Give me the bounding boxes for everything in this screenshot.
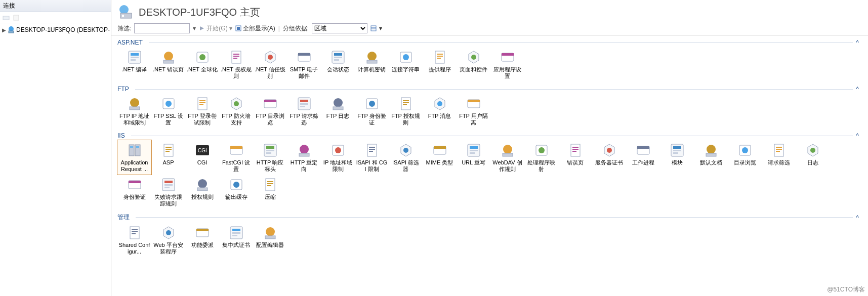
group-header[interactable]: IIS^ [117, 131, 862, 140]
feature-item-smtp[interactable]: SMTP 电子邮件 [287, 47, 321, 81]
collapse-icon[interactable]: ^ [856, 214, 859, 221]
feature-label: 配置编辑器 [256, 242, 284, 256]
svg-rect-9 [237, 27, 240, 30]
feature-item-output-cache[interactable]: 输出缓存 [219, 175, 253, 209]
feature-item-connection-strings[interactable]: 连接字符串 [389, 47, 423, 81]
feature-item-ftp-messages[interactable]: FTP 消息 [423, 94, 457, 128]
feature-item-central-cert[interactable]: 集中式证书 [219, 223, 253, 257]
feature-label: FastCGI 设置 [220, 159, 252, 174]
feature-item-error-pages[interactable]: 错误页 [558, 140, 592, 175]
tree-twisty-icon[interactable]: ▶ [2, 27, 6, 33]
filter-input[interactable] [134, 23, 190, 33]
feature-item-ftp-auth[interactable]: FTP 身份验证 [355, 94, 389, 128]
web-pi-icon [160, 225, 177, 241]
tree-node-server[interactable]: ▶ DESKTOP-1UF3FQO (DESKTOP-1 [1, 25, 110, 34]
svg-rect-41 [198, 98, 207, 110]
view-icon [370, 25, 378, 31]
feature-item-net-authorization[interactable]: .NET 授权规则 [219, 47, 253, 81]
feature-item-isapi-filters[interactable]: ISAPI 筛选器 [389, 140, 423, 175]
feature-item-ftp-ip[interactable]: FTP IP 地址和域限制 [117, 94, 151, 128]
feature-item-authentication[interactable]: 身份验证 [117, 175, 151, 209]
feature-item-net-error-pages[interactable]: .NET 错误页 [151, 47, 185, 81]
feature-label: Shared Configur... [118, 242, 150, 256]
feature-item-isapi-cgi[interactable]: ISAPI 和 CGI 限制 [355, 140, 389, 175]
feature-item-fastcgi[interactable]: FastCGI 设置 [219, 140, 253, 175]
toolbar-connect-icon[interactable] [2, 14, 10, 22]
feature-item-ftp-logon[interactable]: FTP 登录尝试限制 [185, 94, 219, 128]
svg-rect-15 [131, 57, 139, 58]
feature-item-server-cert[interactable]: 服务器证书 [592, 140, 626, 175]
group-items: Application Request ...ASPCGICGIFastCGI … [117, 140, 862, 209]
feature-label: 功能委派 [191, 242, 214, 256]
ftp-log-icon [330, 96, 346, 112]
group-header[interactable]: ASP.NET^ [117, 38, 862, 47]
feature-item-app-settings[interactable]: 应用程序设置 [490, 47, 524, 81]
filter-label: 筛选: [117, 24, 131, 33]
svg-rect-71 [299, 153, 309, 156]
feature-item-http-response[interactable]: HTTP 响应标头 [253, 140, 287, 175]
toolbar-save-icon[interactable] [12, 14, 20, 22]
feature-item-feature-deleg[interactable]: 功能委派 [185, 223, 219, 257]
feature-item-ftp-ssl[interactable]: FTP SSL 设置 [151, 94, 185, 128]
feature-item-session-state[interactable]: 会话状态 [321, 47, 355, 81]
svg-point-109 [233, 182, 239, 188]
feature-label: 会话状态 [327, 66, 349, 80]
feature-item-ftp-firewall[interactable]: FTP 防火墙支持 [219, 94, 253, 128]
feature-item-asp[interactable]: ASP [151, 140, 185, 175]
svg-rect-77 [434, 146, 446, 149]
feature-item-dir-browse[interactable]: 目录浏览 [728, 140, 762, 175]
svg-rect-67 [266, 146, 274, 149]
group-header[interactable]: 管理^ [117, 212, 862, 223]
feature-item-ftp-log[interactable]: FTP 日志 [321, 94, 355, 128]
feature-item-logging[interactable]: 日志 [796, 140, 830, 175]
feature-item-machine-key[interactable]: 计算机密钥 [355, 47, 389, 81]
feature-item-pages-controls[interactable]: 页面和控件 [457, 47, 490, 81]
feature-item-arr[interactable]: Application Request ... [117, 140, 151, 175]
svg-point-112 [166, 230, 171, 235]
feature-item-config-editor[interactable]: 配置编辑器 [253, 223, 287, 257]
net-globalization-icon [194, 49, 211, 65]
worker-proc-icon [635, 142, 651, 158]
feature-item-default-doc[interactable]: 默认文档 [694, 140, 728, 175]
filter-showall-button[interactable]: 全部显示(A) [235, 24, 275, 33]
feature-item-webdav[interactable]: WebDAV 创作规则 [490, 140, 524, 175]
collapse-icon[interactable]: ^ [856, 39, 859, 46]
feature-item-ip-domain[interactable]: IP 地址和域限制 [321, 140, 355, 175]
feature-item-authorization[interactable]: 授权规则 [185, 175, 219, 209]
groupby-select[interactable]: 区域 [312, 23, 367, 33]
feature-item-shared-config[interactable]: Shared Configur... [117, 223, 151, 257]
view-options-button[interactable]: ▾ [370, 25, 382, 32]
feature-label: HTTP 响应标头 [254, 159, 286, 174]
asp-icon [160, 142, 177, 158]
collapse-icon[interactable]: ^ [856, 132, 859, 139]
feature-item-ftp-authz[interactable]: FTP 授权规则 [389, 94, 423, 128]
svg-rect-14 [131, 53, 139, 56]
feature-item-net-compile[interactable]: .NET 编译 [117, 47, 151, 81]
feature-item-modules[interactable]: 模块 [660, 140, 694, 175]
shared-config-icon [127, 225, 143, 241]
collapse-icon[interactable]: ^ [856, 86, 859, 93]
feature-item-mime[interactable]: MIME 类型 [423, 140, 457, 175]
feature-item-compression[interactable]: 压缩 [253, 175, 287, 209]
feature-item-ftp-dir[interactable]: FTP 目录浏览 [253, 94, 287, 128]
feature-item-providers[interactable]: 提供程序 [423, 47, 457, 81]
feature-item-http-redirect[interactable]: HTTP 重定向 [287, 140, 321, 175]
feature-label: 计算机密钥 [358, 66, 386, 80]
filter-go-button[interactable]: 开始(G) ▾ [199, 24, 232, 33]
feature-label: FTP 授权规则 [390, 113, 422, 127]
feature-item-ftp-isolation[interactable]: FTP 用户隔离 [457, 94, 490, 128]
feature-item-web-pi[interactable]: Web 平台安装程序 [151, 223, 185, 257]
feature-label: 应用程序设置 [491, 66, 523, 80]
feature-item-url-rewrite[interactable]: URL 重写 [457, 140, 490, 175]
feature-item-net-trust[interactable]: .NET 信任级别 [253, 47, 287, 81]
group-header[interactable]: FTP^ [117, 84, 862, 94]
feature-item-net-globalization[interactable]: .NET 全球化 [185, 47, 219, 81]
feature-item-handler-map[interactable]: 处理程序映射 [524, 140, 558, 175]
feature-label: 身份验证 [123, 194, 146, 208]
feature-item-cgi[interactable]: CGICGI [185, 140, 219, 175]
feature-item-ftp-reqfilter[interactable]: FTP 请求筛选 [287, 94, 321, 128]
feature-item-failed-req[interactable]: 失败请求跟踪规则 [151, 175, 185, 209]
feature-item-req-filter[interactable]: 请求筛选 [762, 140, 796, 175]
feature-item-worker-proc[interactable]: 工作进程 [626, 140, 660, 175]
svg-point-4 [119, 5, 129, 14]
